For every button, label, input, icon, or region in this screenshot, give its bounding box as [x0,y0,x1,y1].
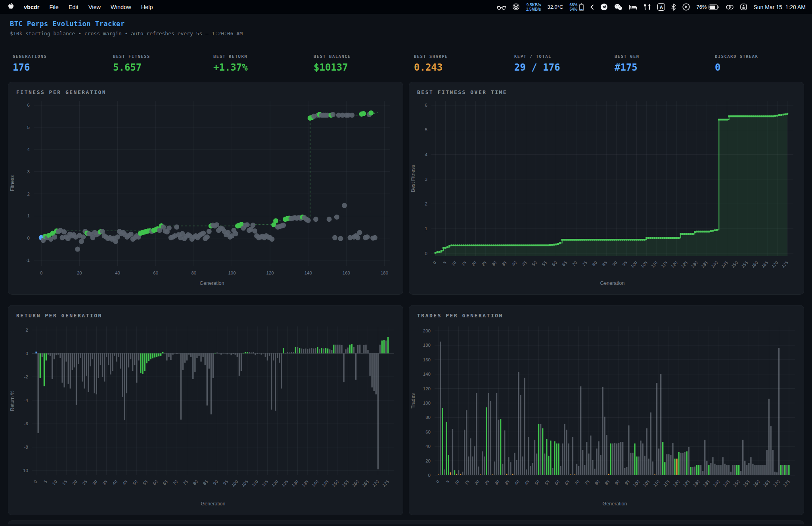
svg-text:120: 120 [672,479,680,488]
svg-text:25: 25 [484,479,490,486]
stat-kept-total: KEPT / TOTAL29 / 176 [514,54,615,73]
svg-text:45: 45 [122,479,128,486]
trades-bar-chart: 0204060801001201401601802000510152025303… [409,320,804,509]
page-title: BTC Perps Evolution Tracker [10,20,812,28]
chart-return-per-generation: RETURN PER GENERATION -10-8-6-4-20205101… [8,305,403,515]
svg-text:165: 165 [361,479,370,488]
svg-text:175: 175 [781,260,789,269]
apple-menu[interactable] [8,3,14,11]
battery-indicator[interactable]: 76% [696,4,719,10]
battery-icon [709,4,719,10]
svg-text:50: 50 [531,260,538,267]
percent-top: 68% [569,3,577,7]
svg-text:115: 115 [660,260,668,269]
play-circle-icon[interactable] [682,3,690,11]
bed-icon[interactable] [629,4,637,10]
svg-text:25: 25 [81,479,88,486]
page-subtitle: $10k starting balance • cross-margin • a… [10,31,812,36]
svg-text:6: 6 [425,103,427,108]
link-icon[interactable] [726,4,734,10]
svg-text:115: 115 [261,479,269,488]
svg-text:-2: -2 [24,374,28,379]
svg-text:165: 165 [762,479,770,488]
svg-text:80: 80 [594,479,600,486]
svg-text:100: 100 [228,271,236,275]
stat-best-return: BEST RETURN+1.37% [213,54,314,73]
stat-label: BEST BALANCE [314,54,414,59]
chevron-left-icon[interactable] [590,4,594,10]
menu-help[interactable]: Help [141,4,153,10]
svg-text:20: 20 [71,479,78,486]
menu-view[interactable]: View [88,4,101,10]
svg-text:90: 90 [611,260,618,267]
svg-text:120: 120 [423,386,431,391]
chart-trades-per-generation: TRADES PER GENERATION 020406080100120140… [409,305,804,515]
svg-text:160: 160 [423,357,431,362]
stat-value: 0 [715,62,812,73]
svg-text:2: 2 [26,328,28,332]
svg-text:75: 75 [584,479,590,486]
svg-text:30: 30 [494,479,500,486]
control-center-icon[interactable] [740,4,747,10]
menu-window[interactable]: Window [111,4,131,10]
svg-text:Best Fitness: Best Fitness [410,165,416,192]
panel-title: TRADES PER GENERATION [409,305,804,319]
stat-label: KEPT / TOTAL [514,54,615,59]
telegram-icon[interactable] [600,3,608,11]
svg-text:145: 145 [720,260,729,269]
panel-title: FITNESS PER GENERATION [8,82,403,95]
menu-bar-clock[interactable]: Sun Mar 15 1:20 AM [753,4,806,10]
panel-title: RETURN PER GENERATION [8,305,403,319]
eyeglasses-icon[interactable] [497,4,506,10]
network-up-speed: 9.5KB/s [526,3,541,7]
temperature-reading[interactable]: 32.0°C [548,4,563,10]
svg-text:50: 50 [534,479,540,486]
input-source-icon[interactable]: A [657,3,665,11]
input-source-letter: A [660,5,663,10]
svg-text:140: 140 [304,271,312,275]
svg-text:Generation: Generation [201,501,226,507]
svg-text:155: 155 [740,260,749,269]
wechat-icon[interactable] [614,4,622,10]
svg-text:20: 20 [425,459,431,463]
svg-text:100: 100 [630,260,638,269]
svg-text:95: 95 [621,260,628,267]
airpods-icon[interactable] [643,4,651,10]
svg-text:75: 75 [182,479,189,486]
airdrop-icon[interactable] [512,4,520,10]
menu-file[interactable]: File [50,4,59,10]
stat-value: 176 [13,62,113,73]
svg-text:-1: -1 [26,258,30,263]
svg-text:20: 20 [471,260,477,267]
svg-text:130: 130 [291,479,299,488]
network-speed[interactable]: 9.5KB/s 1.5MB/s [526,3,541,12]
active-app-name[interactable]: vbcdr [24,4,40,10]
svg-text:5: 5 [425,127,427,132]
svg-text:110: 110 [650,260,659,269]
bluetooth-icon[interactable] [671,4,676,11]
stat-value: 29 / 176 [514,62,615,73]
svg-text:140: 140 [712,479,720,488]
svg-text:5: 5 [445,479,450,484]
svg-text:2: 2 [425,202,427,206]
stat-label: BEST GEN [615,54,715,59]
svg-text:145: 145 [722,479,730,488]
next-panel-top-edge [8,520,804,524]
svg-text:55: 55 [142,479,148,486]
svg-text:120: 120 [271,479,279,488]
svg-text:135: 135 [702,479,710,488]
stat-discard-streak: DISCARD STREAK0 [715,54,812,73]
dual-percent-indicator[interactable]: 68% 54% [569,3,584,12]
menu-edit[interactable]: Edit [69,4,79,10]
svg-text:Generation: Generation [600,280,625,286]
svg-text:60: 60 [152,479,159,486]
stat-label: BEST RETURN [213,54,314,59]
clock-date: Sun Mar 15 [753,4,782,10]
svg-text:80: 80 [192,479,199,486]
svg-text:160: 160 [752,479,760,488]
svg-text:85: 85 [601,260,608,267]
svg-text:65: 65 [561,260,568,267]
svg-text:120: 120 [266,271,274,275]
svg-text:90: 90 [614,479,620,486]
svg-text:125: 125 [680,260,688,269]
